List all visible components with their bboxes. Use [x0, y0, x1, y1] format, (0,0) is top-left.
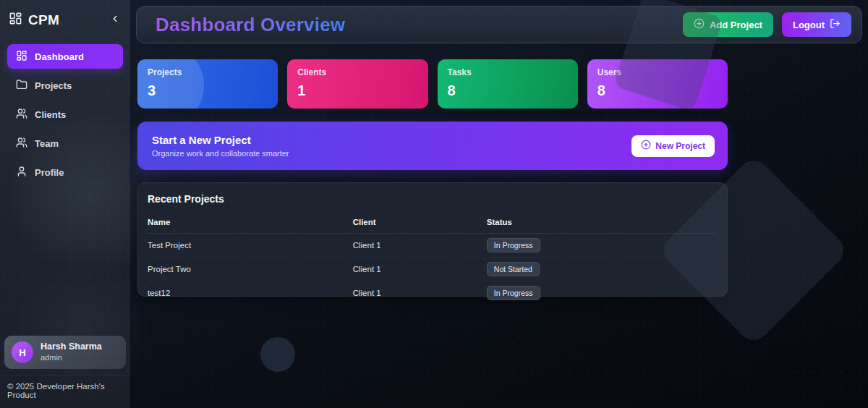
page-title: Dashboard Overview: [156, 14, 345, 36]
project-name-cell: Test Project: [148, 241, 353, 250]
logout-button[interactable]: Logout: [782, 12, 851, 37]
circle-decor: [260, 337, 295, 372]
status-badge: In Progress: [487, 238, 540, 252]
user-name: Harsh Sharma: [41, 341, 102, 353]
sidebar-item-label: Dashboard: [35, 51, 84, 62]
status-cell: In Progress: [487, 286, 718, 300]
table-header-row: Name Client Status: [148, 213, 718, 234]
sidebar-item-clients[interactable]: Clients: [7, 102, 123, 127]
dashboard-grid-icon: [16, 50, 27, 64]
user-info: Harsh Sharma admin: [41, 341, 102, 362]
stat-value: 3: [148, 82, 268, 99]
user-icon: [16, 166, 27, 179]
topbar: Dashboard Overview Add Project Logout: [136, 6, 862, 43]
sidebar-nav: Dashboard Projects Clients Team Profile: [0, 38, 130, 184]
stat-label: Users: [597, 67, 718, 77]
status-badge: In Progress: [487, 286, 540, 300]
logout-label: Logout: [793, 20, 825, 30]
banner-title: Start a New Project: [152, 134, 289, 146]
main-content: Projects 3 Clients 1 Tasks 8 Users 8 Sta…: [137, 59, 728, 297]
stat-card-projects: Projects 3: [137, 59, 278, 109]
new-project-label: New Project: [655, 141, 705, 151]
brand-row: CPM: [0, 0, 130, 38]
stat-label: Tasks: [448, 67, 568, 77]
client-cell: Client 1: [353, 289, 487, 297]
avatar: H: [12, 341, 33, 363]
status-cell: Not Started: [487, 262, 718, 276]
new-project-button[interactable]: New Project: [631, 135, 715, 157]
banner-text: Start a New Project Organize work and co…: [152, 134, 289, 158]
stat-label: Projects: [148, 67, 268, 77]
banner-subtitle: Organize work and collaborate smarter: [152, 149, 289, 158]
recent-projects-table: Name Client Status Test Project Client 1…: [148, 213, 718, 305]
add-project-button[interactable]: Add Project: [683, 12, 773, 37]
plus-circle-icon: [641, 140, 651, 152]
sidebar: CPM Dashboard Projects Clients: [0, 0, 130, 408]
stat-card-clients: Clients 1: [287, 59, 427, 109]
stats-row: Projects 3 Clients 1 Tasks 8 Users 8: [137, 59, 728, 109]
column-header-name: Name: [148, 218, 353, 226]
stat-value: 1: [297, 82, 417, 99]
stat-card-users: Users 8: [587, 59, 728, 109]
status-cell: In Progress: [487, 238, 718, 252]
column-header-client: Client: [353, 218, 487, 226]
sidebar-item-team[interactable]: Team: [7, 131, 123, 156]
project-name-cell: test12: [148, 289, 353, 297]
project-name-cell: Project Two: [148, 265, 353, 273]
stat-value: 8: [448, 82, 568, 99]
sidebar-item-label: Clients: [35, 109, 66, 120]
plus-circle-icon: [694, 18, 705, 31]
users-icon: [16, 137, 27, 150]
sidebar-spacer: [0, 184, 130, 330]
new-project-banner: Start a New Project Organize work and co…: [137, 122, 728, 170]
column-header-status: Status: [487, 218, 718, 226]
status-badge: Not Started: [487, 262, 540, 276]
stat-card-tasks: Tasks 8: [438, 59, 578, 109]
sidebar-item-dashboard[interactable]: Dashboard: [7, 44, 123, 69]
client-cell: Client 1: [353, 265, 487, 273]
stat-value: 8: [597, 82, 718, 99]
user-card[interactable]: H Harsh Sharma admin: [4, 336, 126, 369]
chevron-left-icon: [110, 14, 120, 26]
topbar-actions: Add Project Logout: [683, 12, 851, 37]
add-project-label: Add Project: [710, 20, 762, 30]
sidebar-item-label: Projects: [35, 80, 72, 91]
sidebar-item-label: Team: [35, 138, 59, 149]
table-body: Test Project Client 1 In Progress Projec…: [148, 234, 718, 305]
recent-projects-card: Recent Projects Name Client Status Test …: [137, 182, 728, 297]
stat-label: Clients: [297, 67, 417, 77]
sidebar-item-profile[interactable]: Profile: [7, 160, 123, 184]
recent-projects-title: Recent Projects: [148, 193, 718, 205]
sidebar-item-projects[interactable]: Projects: [7, 73, 123, 98]
app-logo-grid-icon: [9, 12, 22, 28]
client-cell: Client 1: [353, 241, 487, 250]
brand-name: CPM: [28, 12, 103, 28]
table-row: Project Two Client 1 Not Started: [148, 258, 718, 281]
copyright-footer: © 2025 Developer Harsh's Product: [0, 375, 130, 408]
sidebar-item-label: Profile: [35, 167, 64, 178]
users-icon: [16, 108, 27, 122]
user-role: admin: [41, 353, 102, 363]
sidebar-collapse-button[interactable]: [109, 12, 122, 27]
table-row: Test Project Client 1 In Progress: [148, 234, 718, 258]
table-row: test12 Client 1 In Progress: [148, 281, 718, 305]
folder-icon: [16, 79, 27, 93]
logout-icon: [830, 18, 841, 31]
